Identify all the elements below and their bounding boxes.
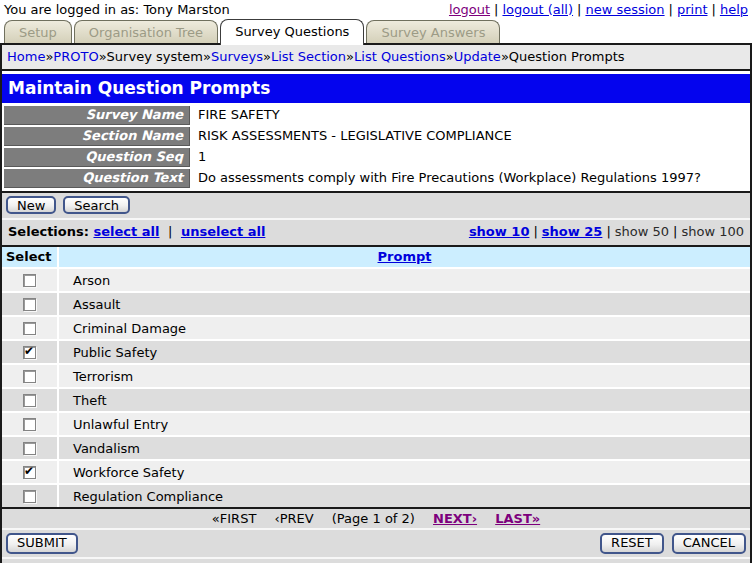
- help-link[interactable]: help: [720, 2, 748, 17]
- prompt-cell: Criminal Damage: [59, 317, 750, 339]
- reset-button[interactable]: RESET: [600, 533, 664, 554]
- separator: |: [712, 2, 716, 17]
- last-page-link[interactable]: LAST»: [495, 511, 540, 526]
- grid-header: Select Prompt: [2, 247, 750, 267]
- breadcrumb-separator: »: [501, 49, 509, 64]
- table-row: Terrorism: [2, 365, 750, 387]
- show-50-label: show 50: [615, 224, 669, 239]
- separator: |: [673, 224, 677, 239]
- show-options: show 10|show 25|show 50|show 100: [469, 224, 744, 240]
- action-bar: SUBMIT RESET CANCEL: [2, 530, 750, 557]
- tab-setup[interactable]: Setup: [4, 20, 72, 43]
- new-session-link[interactable]: new session: [585, 2, 664, 17]
- breadcrumb-item-list-section[interactable]: List Section: [271, 49, 346, 64]
- row-checkbox[interactable]: [23, 346, 36, 359]
- logout-link[interactable]: logout: [449, 2, 490, 17]
- tab-survey-answers[interactable]: Survey Answers: [366, 20, 500, 43]
- page: You are logged in as: Tony Marston logou…: [0, 0, 752, 563]
- prev-page-label: ‹PREV: [274, 511, 313, 526]
- column-header-select: Select: [2, 247, 57, 267]
- breadcrumb-separator: »: [203, 49, 211, 64]
- prompt-cell: Unlawful Entry: [59, 413, 750, 435]
- row-checkbox[interactable]: [23, 490, 36, 503]
- field-label-section-name: Section Name: [4, 127, 190, 146]
- session-links: logout|logout (all)|new session|print|he…: [449, 2, 748, 17]
- row-checkbox[interactable]: [23, 322, 36, 335]
- select-cell: [2, 269, 57, 291]
- field-value-question-text: Do assessments comply with Fire Precauti…: [190, 169, 701, 188]
- row-checkbox[interactable]: [23, 274, 36, 287]
- table-row: Arson: [2, 269, 750, 291]
- tab-organisation-tree[interactable]: Organisation Tree: [74, 20, 218, 43]
- row-checkbox[interactable]: [23, 418, 36, 431]
- select-cell: [2, 341, 57, 363]
- new-button[interactable]: New: [6, 196, 56, 214]
- breadcrumb-item-list-questions[interactable]: List Questions: [354, 49, 446, 64]
- select-cell: [2, 389, 57, 411]
- column-header-prompt-link[interactable]: Prompt: [378, 249, 432, 264]
- column-header-prompt: Prompt: [59, 247, 750, 267]
- logout-all-link[interactable]: logout (all): [502, 2, 573, 17]
- table-row: Unlawful Entry: [2, 413, 750, 435]
- footer-timing-text: page created in 0.44922 seconds (XSLT= 0…: [2, 559, 750, 563]
- breadcrumb-item-surveys[interactable]: Surveys: [211, 49, 263, 64]
- session-bar: You are logged in as: Tony Marston logou…: [0, 0, 752, 17]
- table-row: Criminal Damage: [2, 317, 750, 339]
- field-row: Question Seq1: [4, 148, 750, 167]
- select-cell: [2, 317, 57, 339]
- prompt-cell: Regulation Compliance: [59, 485, 750, 507]
- row-checkbox[interactable]: [23, 466, 36, 479]
- prompt-cell: Theft: [59, 389, 750, 411]
- field-row: Question TextDo assessments comply with …: [4, 169, 750, 188]
- separator: |: [577, 2, 581, 17]
- search-button[interactable]: Search: [63, 196, 130, 214]
- row-checkbox[interactable]: [23, 370, 36, 383]
- breadcrumb-separator: »: [346, 49, 354, 64]
- separator: |: [533, 224, 537, 239]
- table-row: Public Safety: [2, 341, 750, 363]
- separator: |: [669, 2, 673, 17]
- select-all-link[interactable]: select all: [93, 224, 159, 239]
- tab-strip: SetupOrganisation TreeSurvey QuestionsSu…: [0, 17, 752, 45]
- table-row: Assault: [2, 293, 750, 315]
- toolbar: New Search: [2, 193, 750, 218]
- breadcrumb: Home»PROTO»Survey system»Surveys»List Se…: [2, 45, 750, 71]
- tab-survey-questions[interactable]: Survey Questions: [220, 19, 364, 45]
- prompt-cell: Terrorism: [59, 365, 750, 387]
- field-label-survey-name: Survey Name: [4, 106, 190, 125]
- field-value-question-seq: 1: [190, 148, 206, 167]
- breadcrumb-separator: »: [446, 49, 454, 64]
- field-label-question-seq: Question Seq: [4, 148, 190, 167]
- breadcrumb-item-proto[interactable]: PROTO: [53, 49, 98, 64]
- select-cell: [2, 461, 57, 483]
- show-25-link[interactable]: show 25: [542, 224, 603, 239]
- logged-in-text: You are logged in as: Tony Marston: [4, 2, 230, 17]
- breadcrumb-separator: »: [99, 49, 107, 64]
- row-checkbox[interactable]: [23, 298, 36, 311]
- selections-label: Selections:: [8, 224, 89, 239]
- separator: |: [606, 224, 610, 239]
- select-cell: [2, 437, 57, 459]
- row-checkbox[interactable]: [23, 394, 36, 407]
- show-10-link[interactable]: show 10: [469, 224, 530, 239]
- table-row: Theft: [2, 389, 750, 411]
- cancel-button[interactable]: CANCEL: [672, 533, 746, 554]
- field-row: Survey NameFIRE SAFETY: [4, 106, 750, 125]
- breadcrumb-item-home[interactable]: Home: [7, 49, 45, 64]
- select-cell: [2, 293, 57, 315]
- print-link[interactable]: print: [677, 2, 708, 17]
- select-cell: [2, 413, 57, 435]
- field-value-survey-name: FIRE SAFETY: [190, 106, 280, 125]
- field-row: Section NameRISK ASSESSMENTS - LEGISLATI…: [4, 127, 750, 146]
- unselect-all-link[interactable]: unselect all: [181, 224, 265, 239]
- first-page-label: «FIRST: [212, 511, 257, 526]
- breadcrumb-separator: »: [263, 49, 271, 64]
- prompt-cell: Assault: [59, 293, 750, 315]
- breadcrumb-item-update[interactable]: Update: [454, 49, 501, 64]
- next-page-link[interactable]: NEXT›: [433, 511, 477, 526]
- table-row: Vandalism: [2, 437, 750, 459]
- breadcrumb-item-question-prompts: Question Prompts: [509, 49, 625, 64]
- separator: |: [494, 2, 498, 17]
- row-checkbox[interactable]: [23, 442, 36, 455]
- submit-button[interactable]: SUBMIT: [6, 533, 78, 554]
